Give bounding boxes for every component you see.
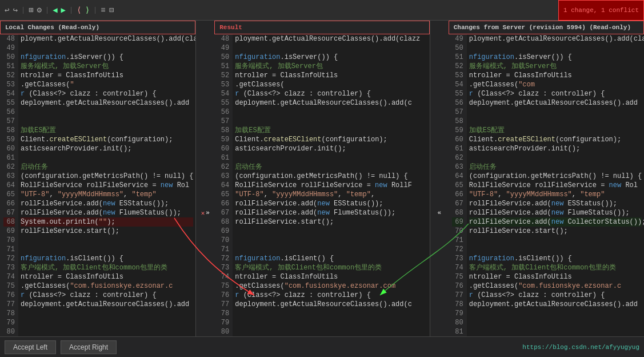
server-code-lines: ployment.getActualResourceClasses().add(… xyxy=(467,34,644,336)
local-panel: Local Changes (Read-only) 4849505152 535… xyxy=(0,21,196,336)
result-code-area[interactable]: 4849505152 5354555657 5859606162 6364656… xyxy=(214,34,429,336)
local-code-area[interactable]: 4849505152 5354555657 5859606162 6364656… xyxy=(0,34,195,336)
merge-icon1[interactable]: ⟨ xyxy=(77,5,81,15)
left-gutter-controls: ✕ » xyxy=(196,21,214,336)
sep1: | xyxy=(21,6,25,14)
top-bar: ↩ ↪ | ⊞ ⚙ | ◀ ▶ | ⟨ ⟩ | ≡ ⊟ 1 change, 1 … xyxy=(0,0,644,21)
server-line-numbers: 4950515253 5455565758 5960616263 6465666… xyxy=(449,34,467,336)
conflict-badge: 1 change, 1 conflict xyxy=(558,0,644,21)
local-code-lines: ployment.getActualResourceClasses().add(… xyxy=(18,34,195,336)
split-icon[interactable]: ⊟ xyxy=(109,5,114,15)
server-panel-header: Changes from Server (revision 5994) (Rea… xyxy=(449,21,644,34)
result-panel: Result 4849505152 5354555657 5859606162 … xyxy=(214,21,430,336)
next-icon[interactable]: ▶ xyxy=(61,5,66,15)
sep4: | xyxy=(93,6,97,14)
view-icon[interactable]: ⊞ xyxy=(29,5,33,15)
settings-icon[interactable]: ⚙ xyxy=(37,5,42,15)
prev-icon[interactable]: ◀ xyxy=(53,5,57,15)
sep3: | xyxy=(69,6,73,14)
accept-right-button[interactable]: Accept Right xyxy=(61,340,117,354)
right-gutter-controls: « xyxy=(430,21,449,336)
editor-container: Local Changes (Read-only) 4849505152 535… xyxy=(0,21,644,336)
undo-icon[interactable]: ↩ xyxy=(5,5,9,15)
accept-left-button[interactable]: Accept Left xyxy=(5,340,56,354)
server-code-area[interactable]: 4950515253 5455565758 5960616263 6465666… xyxy=(449,34,644,336)
conflict-marker-x[interactable]: ✕ » xyxy=(201,208,210,217)
result-code-lines: ployment.getActualResourceClasses().add(… xyxy=(233,34,429,336)
merge-icon2[interactable]: ⟩ xyxy=(85,5,90,15)
server-panel: Changes from Server (revision 5994) (Rea… xyxy=(449,21,644,336)
local-panel-header: Local Changes (Read-only) xyxy=(0,21,195,34)
local-line-numbers: 4849505152 5354555657 5859606162 6364656… xyxy=(0,34,18,336)
bottom-bar: Accept Left Accept Right https://blog.cs… xyxy=(0,336,644,357)
right-conflict-marker[interactable]: « xyxy=(437,208,441,217)
url-display: https://blog.csdn.net/afyyugyug xyxy=(522,344,639,351)
result-panel-header: Result xyxy=(214,21,429,34)
bottom-left-controls: Accept Left Accept Right xyxy=(5,340,117,354)
redo-icon[interactable]: ↪ xyxy=(13,5,17,15)
sep2: | xyxy=(45,6,49,14)
result-line-numbers: 4849505152 5354555657 5859606162 6364656… xyxy=(214,34,233,336)
accept-icon[interactable]: ≡ xyxy=(101,6,105,15)
